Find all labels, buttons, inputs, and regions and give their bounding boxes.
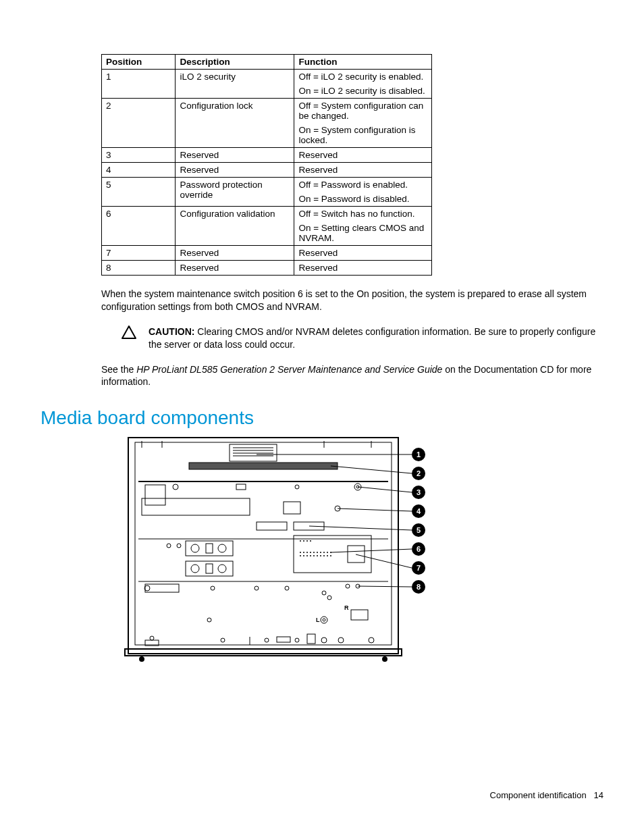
svg-text:L: L — [316, 617, 320, 623]
svg-rect-31 — [206, 544, 213, 553]
svg-point-35 — [306, 540, 308, 542]
callout-number: 6 — [417, 545, 421, 553]
svg-point-36 — [310, 540, 311, 542]
svg-point-44 — [323, 552, 325, 553]
svg-point-47 — [300, 555, 301, 556]
cell-position: 2 — [102, 99, 176, 148]
cell-position: 4 — [102, 163, 176, 178]
cell-function-line: Reserved — [298, 263, 427, 273]
svg-point-68 — [346, 584, 350, 588]
cell-function-line: On = iLO 2 security is disabled. — [298, 86, 427, 96]
media-board-diagram: R L 12345678 — [122, 434, 603, 666]
caution-block: CAUTION: Clearing CMOS and/or NVRAM dele… — [122, 325, 603, 351]
svg-point-19 — [295, 485, 299, 489]
cell-description: Reserved — [176, 163, 294, 178]
cell-description: Reserved — [176, 246, 294, 261]
svg-point-34 — [303, 540, 304, 542]
cell-function-line: Off = iLO 2 security is enabled. — [298, 72, 427, 82]
cell-function: Reserved — [294, 148, 432, 163]
svg-point-38 — [303, 552, 304, 553]
cell-function-line: Off = Password is enabled. — [298, 180, 427, 190]
cell-function-line: On = Password is disabled. — [298, 194, 427, 204]
heading-media-board: Media board components — [41, 407, 603, 429]
cell-function: Reserved — [294, 163, 432, 178]
footer-page: 14 — [594, 790, 603, 800]
paragraph-switch6: When the system maintenance switch posit… — [101, 288, 603, 313]
svg-text:R: R — [344, 604, 349, 611]
svg-point-84 — [321, 637, 327, 643]
caution-icon — [122, 325, 136, 339]
svg-point-33 — [300, 540, 301, 542]
svg-point-82 — [295, 638, 299, 642]
svg-rect-83 — [307, 634, 315, 644]
svg-point-78 — [221, 638, 225, 642]
svg-point-76 — [150, 636, 154, 640]
svg-point-55 — [327, 555, 328, 556]
caution-body: Clearing CMOS and/or NVRAM deletes confi… — [149, 326, 595, 350]
svg-point-64 — [254, 586, 259, 590]
table-row: 3ReservedReserved — [102, 148, 432, 163]
svg-point-28 — [167, 544, 171, 548]
svg-rect-10 — [189, 463, 338, 469]
svg-line-94 — [358, 586, 412, 587]
svg-point-4 — [382, 656, 387, 662]
svg-point-17 — [173, 484, 178, 490]
svg-point-85 — [338, 637, 344, 643]
table-row: 6Configuration validationOff = Switch ha… — [102, 207, 432, 246]
svg-point-41 — [313, 552, 315, 553]
svg-point-45 — [327, 552, 328, 553]
callout-number: 1 — [417, 450, 421, 459]
cell-function-line: Reserved — [298, 165, 427, 175]
cell-function-line: On = Setting clears CMOS and NVRAM. — [298, 223, 427, 243]
svg-line-88 — [331, 466, 412, 473]
svg-point-75 — [207, 618, 211, 622]
svg-rect-26 — [294, 522, 324, 530]
cell-description: Reserved — [176, 261, 294, 276]
svg-rect-18 — [236, 484, 246, 490]
cell-position: 5 — [102, 178, 176, 207]
page-footer: Component identification 14 — [490, 790, 603, 800]
table-row: 8ReservedReserved — [102, 261, 432, 276]
cell-description: Configuration validation — [176, 207, 294, 246]
switch-settings-table: Position Description Function 1iLO 2 sec… — [101, 54, 432, 276]
callout-number: 8 — [417, 583, 421, 591]
cell-function: Off = System configuration can be change… — [294, 99, 432, 148]
svg-point-66 — [322, 591, 326, 595]
svg-point-40 — [310, 552, 311, 553]
callout-number: 2 — [417, 469, 421, 477]
svg-point-3 — [139, 656, 144, 662]
see-guide-title: HP ProLiant DL585 Generation 2 Server Ma… — [136, 364, 442, 375]
svg-line-91 — [309, 526, 412, 530]
see-prefix: See the — [101, 364, 136, 375]
cell-position: 3 — [102, 148, 176, 163]
th-function: Function — [294, 55, 432, 70]
svg-point-50 — [310, 555, 311, 556]
svg-point-86 — [369, 637, 374, 643]
svg-point-73 — [323, 619, 325, 621]
footer-section: Component identification — [490, 790, 587, 800]
cell-function-line: Off = Switch has no function. — [298, 209, 427, 219]
svg-rect-32 — [294, 536, 371, 573]
svg-point-80 — [265, 638, 269, 642]
svg-point-53 — [320, 555, 321, 556]
svg-line-93 — [356, 554, 412, 568]
cell-position: 1 — [102, 70, 176, 99]
table-row: 1iLO 2 securityOff = iLO 2 security is e… — [102, 70, 432, 99]
table-row: 5Password protection overrideOff = Passw… — [102, 178, 432, 207]
svg-point-65 — [285, 586, 289, 590]
cell-description: iLO 2 security — [176, 70, 294, 99]
paragraph-see-guide: See the HP ProLiant DL585 Generation 2 S… — [101, 363, 603, 389]
cell-position: 8 — [102, 261, 176, 276]
cell-function-line: Reserved — [298, 150, 427, 160]
svg-point-51 — [313, 555, 315, 556]
svg-rect-25 — [257, 522, 287, 530]
svg-rect-22 — [142, 498, 250, 515]
svg-rect-16 — [145, 485, 165, 505]
svg-point-63 — [211, 586, 215, 590]
cell-description: Configuration lock — [176, 99, 294, 148]
svg-point-42 — [317, 552, 318, 553]
cell-description: Password protection override — [176, 178, 294, 207]
svg-line-89 — [358, 487, 412, 492]
svg-point-72 — [321, 617, 327, 623]
svg-rect-74 — [351, 610, 368, 620]
